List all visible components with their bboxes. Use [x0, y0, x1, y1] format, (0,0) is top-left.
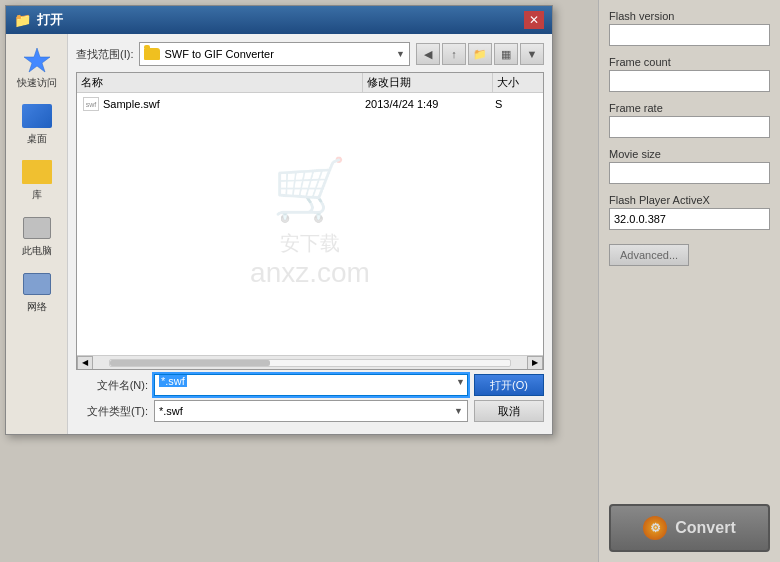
- scroll-right-arrow[interactable]: ▶: [527, 356, 543, 370]
- scroll-track[interactable]: [109, 359, 511, 367]
- filetype-label: 文件类型(T):: [76, 404, 148, 419]
- folder-icon: [144, 48, 160, 60]
- flash-version-group: Flash version: [609, 10, 770, 46]
- flash-version-label: Flash version: [609, 10, 770, 22]
- new-folder-button[interactable]: 📁: [468, 43, 492, 65]
- dialog-sidebar: 快速访问 桌面 库 此电脑: [6, 34, 68, 434]
- movie-size-input[interactable]: [609, 162, 770, 184]
- network-icon: [21, 270, 53, 298]
- combo-dropdown-icon: ▼: [456, 377, 465, 387]
- flash-player-input[interactable]: [609, 208, 770, 230]
- flash-player-group: Flash Player ActiveX: [609, 194, 770, 230]
- dialog-titlebar: 📁 打开 ✕: [6, 6, 552, 34]
- file-list-container: 名称 修改日期 大小 swf Sample.swf 2013/4/24 1:49…: [76, 72, 544, 370]
- frame-count-group: Frame count: [609, 56, 770, 92]
- sidebar-item-quick-access[interactable]: 快速访问: [10, 42, 64, 94]
- filename-input[interactable]: *.swf ▼: [154, 374, 468, 396]
- nav-buttons: ◀ ↑ 📁 ▦ ▼: [416, 43, 544, 65]
- desktop-icon: [21, 102, 53, 130]
- file-list-body: swf Sample.swf 2013/4/24 1:49 S: [77, 93, 543, 369]
- filename-selected-text: *.swf: [159, 375, 187, 387]
- computer-label: 此电脑: [22, 244, 52, 258]
- sidebar-item-network[interactable]: 网络: [10, 266, 64, 318]
- frame-count-label: Frame count: [609, 56, 770, 68]
- dialog-body: 查找范围(I): SWF to GIF Converter ▼ ◀ ↑ 📁 ▦ …: [68, 34, 552, 434]
- location-value: SWF to GIF Converter: [164, 48, 273, 60]
- frame-rate-group: Frame rate: [609, 102, 770, 138]
- movie-size-label: Movie size: [609, 148, 770, 160]
- network-label: 网络: [27, 300, 47, 314]
- sidebar-item-library[interactable]: 库: [10, 154, 64, 206]
- col-date-header: 修改日期: [363, 73, 493, 92]
- file-name: Sample.swf: [103, 98, 160, 110]
- dialog-bottom: 文件名(N): *.swf ▼ 打开(O) 文件类型(T): *.swf ▼ 取…: [76, 374, 544, 426]
- file-date-cell: 2013/4/24 1:49: [361, 98, 491, 110]
- filetype-combo[interactable]: *.swf ▼: [154, 400, 468, 422]
- filename-row: 文件名(N): *.swf ▼ 打开(O): [76, 374, 544, 396]
- col-size-header: 大小: [493, 73, 543, 92]
- swf-file-icon: swf: [83, 97, 99, 111]
- view-down-button[interactable]: ▼: [520, 43, 544, 65]
- library-icon: [21, 158, 53, 186]
- horizontal-scrollbar[interactable]: ◀ ▶: [77, 355, 543, 369]
- view-button[interactable]: ▦: [494, 43, 518, 65]
- combo-arrow-icon: ▼: [396, 49, 405, 59]
- up-button[interactable]: ↑: [442, 43, 466, 65]
- flash-version-input[interactable]: [609, 24, 770, 46]
- filename-label: 文件名(N):: [76, 378, 148, 393]
- quick-access-icon: [21, 46, 53, 74]
- convert-icon: ⚙: [643, 516, 667, 540]
- open-dialog: 📁 打开 ✕ 快速访问 桌面: [5, 5, 553, 435]
- library-label: 库: [32, 188, 42, 202]
- dialog-close-button[interactable]: ✕: [524, 11, 544, 29]
- dialog-title-icon: 📁: [14, 12, 31, 28]
- frame-rate-input[interactable]: [609, 116, 770, 138]
- dialog-title: 打开: [37, 11, 524, 29]
- desktop-label: 桌面: [27, 132, 47, 146]
- file-name-cell: swf Sample.swf: [79, 97, 361, 111]
- computer-icon: [21, 214, 53, 242]
- col-name-header: 名称: [77, 73, 363, 92]
- advanced-button[interactable]: Advanced...: [609, 244, 689, 266]
- cancel-button[interactable]: 取消: [474, 400, 544, 422]
- filetype-value: *.swf: [159, 405, 183, 417]
- file-size-cell: S: [491, 98, 541, 110]
- file-list-header: 名称 修改日期 大小: [77, 73, 543, 93]
- frame-count-input[interactable]: [609, 70, 770, 92]
- filetype-row: 文件类型(T): *.swf ▼ 取消: [76, 400, 544, 422]
- location-bar: 查找范围(I): SWF to GIF Converter ▼ ◀ ↑ 📁 ▦ …: [76, 42, 544, 66]
- svg-marker-0: [24, 48, 50, 72]
- main-area: 📁 打开 ✕ 快速访问 桌面: [0, 84, 780, 562]
- convert-label: Convert: [675, 519, 735, 537]
- right-panel: Flash version Frame count Frame rate Mov…: [598, 0, 780, 562]
- quick-access-label: 快速访问: [17, 76, 57, 90]
- movie-size-group: Movie size: [609, 148, 770, 184]
- sidebar-item-desktop[interactable]: 桌面: [10, 98, 64, 150]
- open-button[interactable]: 打开(O): [474, 374, 544, 396]
- convert-button[interactable]: ⚙ Convert: [609, 504, 770, 552]
- flash-player-label: Flash Player ActiveX: [609, 194, 770, 206]
- sidebar-item-computer[interactable]: 此电脑: [10, 210, 64, 262]
- back-button[interactable]: ◀: [416, 43, 440, 65]
- scroll-thumb[interactable]: [110, 360, 270, 366]
- location-combo-text: SWF to GIF Converter: [144, 48, 273, 60]
- frame-rate-label: Frame rate: [609, 102, 770, 114]
- filetype-arrow-icon: ▼: [454, 406, 463, 416]
- scroll-left-arrow[interactable]: ◀: [77, 356, 93, 370]
- location-combo[interactable]: SWF to GIF Converter ▼: [139, 42, 410, 66]
- table-row[interactable]: swf Sample.swf 2013/4/24 1:49 S: [77, 93, 543, 115]
- location-label: 查找范围(I):: [76, 47, 133, 62]
